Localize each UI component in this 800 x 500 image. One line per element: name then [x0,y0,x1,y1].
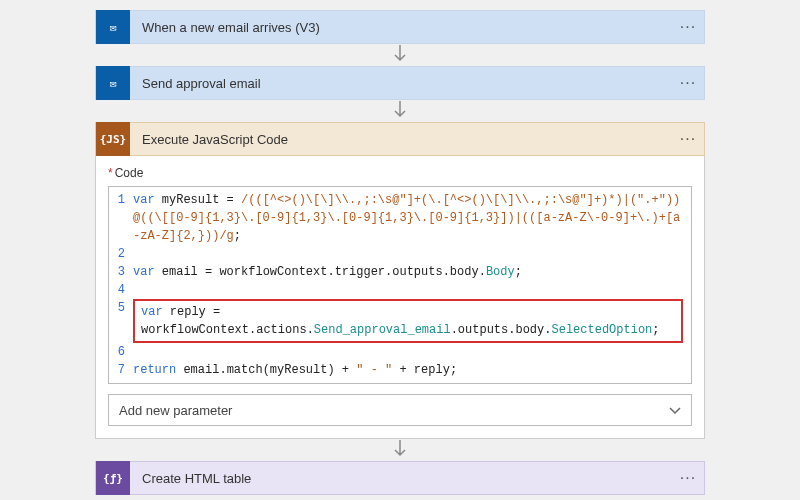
code-line: 2 [109,245,691,263]
code-line: 3var email = workflowContext.trigger.out… [109,263,691,281]
code-content: return email.match(myResult) + " - " + r… [133,361,691,379]
code-line: 4 [109,281,691,299]
code-content [133,343,691,361]
flow-arrow [95,100,705,122]
line-number: 5 [109,299,133,317]
code-line: 6 [109,343,691,361]
chevron-down-icon [669,403,681,418]
code-line: 5var reply =workflowContext.actions.Send… [109,299,691,343]
step-menu-button[interactable]: ··· [672,18,704,36]
code-content [133,245,691,263]
code-content: var myResult = /(([^<>()\[\]\\.,;:\s@"]+… [133,191,691,245]
code-line: 7return email.match(myResult) + " - " + … [109,361,691,379]
outlook-icon: ✉ [96,10,130,44]
add-parameter-label: Add new parameter [119,403,232,418]
step-title: Execute JavaScript Code [130,132,672,147]
code-editor[interactable]: 1var myResult = /(([^<>()\[\]\\.,;:\s@"]… [108,186,692,384]
line-number: 2 [109,245,133,263]
line-number: 6 [109,343,133,361]
flow-arrow [95,439,705,461]
line-number: 1 [109,191,133,209]
outlook-icon: ✉ [96,66,130,100]
code-content [133,281,691,299]
step-execute-js[interactable]: {JS} Execute JavaScript Code ··· [95,122,705,156]
step-title: When a new email arrives (V3) [130,20,672,35]
js-icon: {JS} [96,122,130,156]
step-trigger-email[interactable]: ✉ When a new email arrives (V3) ··· [95,10,705,44]
step-menu-button[interactable]: ··· [672,74,704,92]
flow-arrow [95,44,705,66]
step-create-html-table[interactable]: {ƒ} Create HTML table ··· [95,461,705,495]
code-content: var email = workflowContext.trigger.outp… [133,263,691,281]
add-parameter-dropdown[interactable]: Add new parameter [108,394,692,426]
line-number: 3 [109,263,133,281]
step-send-approval[interactable]: ✉ Send approval email ··· [95,66,705,100]
step-title: Send approval email [130,76,672,91]
step-menu-button[interactable]: ··· [672,130,704,148]
step-title: Create HTML table [130,471,672,486]
flow-canvas: ✉ When a new email arrives (V3) ··· ✉ Se… [0,0,800,495]
step-menu-button[interactable]: ··· [672,469,704,487]
code-line: 1var myResult = /(([^<>()\[\]\\.,;:\s@"]… [109,191,691,245]
code-label: *Code [108,166,692,180]
data-op-icon: {ƒ} [96,461,130,495]
line-number: 7 [109,361,133,379]
js-panel: *Code 1var myResult = /(([^<>()\[\]\\.,;… [95,156,705,439]
code-content: var reply =workflowContext.actions.Send_… [133,299,683,343]
line-number: 4 [109,281,133,299]
